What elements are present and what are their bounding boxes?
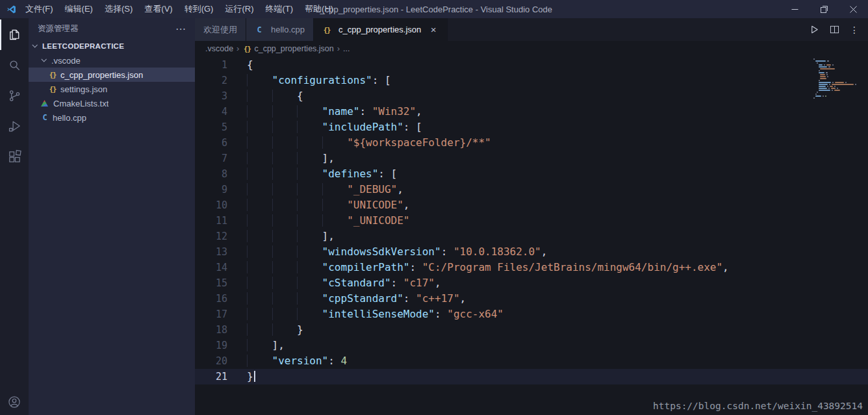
minimap-token xyxy=(835,82,844,83)
code-token: ], xyxy=(272,339,285,351)
code-token: "_DEBUG" xyxy=(347,183,397,195)
breadcrumb-item-current-file[interactable]: {}c_cpp_properties.json xyxy=(242,44,333,53)
code-line-12[interactable]: 12 ], xyxy=(195,229,868,244)
code-line-5[interactable]: 5 "includePath": [ xyxy=(195,119,868,135)
breadcrumb-item-vscode-folder[interactable]: .vscode xyxy=(205,44,233,53)
line-number[interactable]: 12 xyxy=(195,229,227,244)
tree-item-c-cpp-properties-json[interactable]: {}c_cpp_properties.json xyxy=(29,68,195,82)
minimap[interactable] xyxy=(813,58,862,99)
code-line-3[interactable]: 3 { xyxy=(195,88,868,104)
menu-view[interactable]: 查看(V) xyxy=(138,0,178,18)
close-button[interactable] xyxy=(839,0,868,18)
account-icon[interactable] xyxy=(0,389,29,415)
minimap-token xyxy=(813,97,815,99)
code-token: : xyxy=(435,308,447,320)
line-text: "defines": [ xyxy=(227,166,397,182)
line-number[interactable]: 5 xyxy=(195,119,227,135)
indent-guide xyxy=(272,308,298,320)
line-number[interactable]: 8 xyxy=(195,166,227,182)
minimap-token xyxy=(826,74,828,75)
line-number[interactable]: 15 xyxy=(195,275,227,291)
menu-edit[interactable]: 编辑(E) xyxy=(59,0,99,18)
code-token: "configurations" xyxy=(272,74,372,86)
line-number[interactable]: 16 xyxy=(195,291,227,307)
editor-group: 欢迎使用Chello.cpp{}c_cpp_properties.json× ⋮… xyxy=(195,18,868,415)
menu-file[interactable]: 文件(F) xyxy=(19,0,59,18)
line-number[interactable]: 11 xyxy=(195,213,227,229)
run-debug-icon[interactable] xyxy=(0,111,29,142)
code-line-15[interactable]: 15 "cStandard": "c17", xyxy=(195,275,868,291)
code-line-13[interactable]: 13 "windowsSdkVersion": "10.0.18362.0", xyxy=(195,244,868,260)
run-file-button[interactable] xyxy=(806,21,823,38)
code-line-11[interactable]: 11 "_UNICODE" xyxy=(195,213,868,229)
code-token: : [ xyxy=(403,121,422,133)
line-number[interactable]: 4 xyxy=(195,104,227,119)
code-line-8[interactable]: 8 "defines": [ xyxy=(195,166,868,182)
code-line-19[interactable]: 19 ], xyxy=(195,338,868,353)
code-line-17[interactable]: 17 "intelliSenseMode": "gcc-x64" xyxy=(195,307,868,322)
line-number[interactable]: 21 xyxy=(195,369,227,384)
minimize-button[interactable] xyxy=(780,0,810,18)
code-editor[interactable]: 1{2 "configurations": [3 {4 "name": "Win… xyxy=(195,56,868,415)
close-icon[interactable]: × xyxy=(428,24,439,35)
tree-item-cmakelists-txt[interactable]: CmakeLists.txt xyxy=(29,96,195,110)
line-number[interactable]: 13 xyxy=(195,244,227,260)
source-control-icon[interactable] xyxy=(0,81,29,111)
code-token: : xyxy=(441,245,453,258)
tree-item-label: hello.cpp xyxy=(53,113,86,123)
search-icon[interactable] xyxy=(0,50,29,81)
minimap-token xyxy=(827,86,828,87)
line-number[interactable]: 20 xyxy=(195,353,227,369)
code-line-10[interactable]: 10 "UNICODE", xyxy=(195,197,868,213)
menu-selection[interactable]: 选择(S) xyxy=(99,0,138,18)
code-line-18[interactable]: 18 } xyxy=(195,322,868,338)
line-number[interactable]: 3 xyxy=(195,88,227,104)
code-line-2[interactable]: 2 "configurations": [ xyxy=(195,73,868,88)
line-number[interactable]: 19 xyxy=(195,338,227,353)
code-line-14[interactable]: 14 "compilerPath": "C:/Program Files/Jet… xyxy=(195,260,868,275)
line-number[interactable]: 6 xyxy=(195,135,227,151)
code-token: ], xyxy=(322,230,335,242)
explorer-header: 资源管理器 ⋯ xyxy=(29,18,195,39)
line-number[interactable]: 17 xyxy=(195,307,227,322)
tree-item-vscode-folder[interactable]: .vscode xyxy=(29,53,195,68)
line-number[interactable]: 2 xyxy=(195,73,227,88)
minimap-token xyxy=(819,70,820,71)
split-editor-button[interactable] xyxy=(826,21,843,38)
explorer-icon[interactable] xyxy=(0,19,29,50)
tab-hello-cpp[interactable]: Chello.cpp xyxy=(246,18,314,41)
restore-button[interactable] xyxy=(810,0,839,18)
indent-guide xyxy=(247,105,272,118)
code-line-7[interactable]: 7 ], xyxy=(195,151,868,166)
extensions-icon[interactable] xyxy=(0,142,29,172)
tab-c-cpp-properties-json[interactable]: {}c_cpp_properties.json× xyxy=(314,18,448,41)
menu-help[interactable]: 帮助(H) xyxy=(299,0,339,18)
more-actions-icon[interactable]: ⋯ xyxy=(175,23,186,35)
minimap-token xyxy=(828,66,830,68)
code-line-16[interactable]: 16 "cppStandard": "c++17", xyxy=(195,291,868,307)
line-number[interactable]: 10 xyxy=(195,197,227,213)
tree-item-hello-cpp[interactable]: Chello.cpp xyxy=(29,110,195,125)
menu-goto[interactable]: 转到(G) xyxy=(179,0,220,18)
code-line-4[interactable]: 4 "name": "Win32", xyxy=(195,104,868,119)
line-number[interactable]: 1 xyxy=(195,57,227,73)
tree-item-settings-json[interactable]: {}settings.json xyxy=(29,82,195,96)
tab-welcome[interactable]: 欢迎使用 xyxy=(195,18,246,41)
more-actions-icon[interactable]: ⋮ xyxy=(846,21,863,38)
menu-run[interactable]: 运行(R) xyxy=(219,0,259,18)
minimap-token xyxy=(837,88,838,89)
code-line-6[interactable]: 6 "${workspaceFolder}/**" xyxy=(195,135,868,151)
breadcrumb-item-symbol-path[interactable]: ... xyxy=(343,44,350,53)
minimap-token xyxy=(829,84,830,85)
menu-terminal[interactable]: 终端(T) xyxy=(259,0,299,18)
watermark-text: https://blog.csdn.net/weixin_43892514 xyxy=(653,401,863,411)
code-line-20[interactable]: 20 "version": 4 xyxy=(195,353,868,369)
line-number[interactable]: 7 xyxy=(195,151,227,166)
line-number[interactable]: 18 xyxy=(195,322,227,338)
code-line-21[interactable]: 21} xyxy=(195,369,868,384)
code-line-1[interactable]: 1{ xyxy=(195,57,868,73)
explorer-root-leetcodepractice[interactable]: LEETCODEPRACTICE xyxy=(29,39,195,53)
line-number[interactable]: 9 xyxy=(195,182,227,197)
code-line-9[interactable]: 9 "_DEBUG", xyxy=(195,182,868,197)
line-number[interactable]: 14 xyxy=(195,260,227,275)
